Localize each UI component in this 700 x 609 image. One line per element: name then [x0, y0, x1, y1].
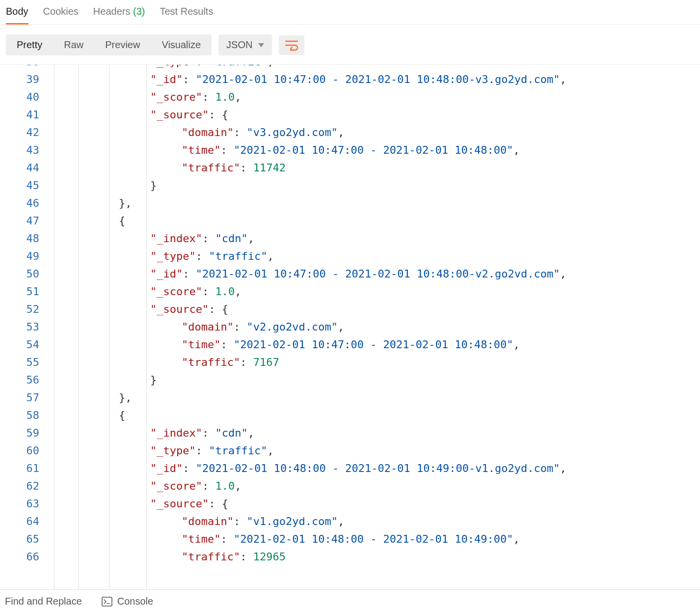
view-mode-pretty[interactable]: Pretty [6, 34, 53, 55]
line-number: 44 [0, 159, 49, 177]
code-content: "_index": "cdn", [49, 230, 700, 248]
line-number: 65 [0, 530, 49, 548]
code-content: "domain": "v3.go2yd.com", [49, 124, 700, 141]
code-content: "domain": "v2.go2vd.com", [49, 318, 700, 336]
line-number: 66 [0, 548, 49, 566]
line-number: 64 [0, 513, 49, 530]
code-content: "time": "2021-02-01 10:47:00 - 2021-02-0… [49, 336, 700, 354]
code-content: "time": "2021-02-01 10:47:00 - 2021-02-0… [49, 141, 700, 159]
code-line: 46}, [0, 194, 700, 212]
code-content: "_type": "traffic", [49, 248, 700, 265]
wrap-lines-icon [285, 39, 298, 51]
code-line: 40"_score": 1.0, [0, 88, 700, 106]
response-body-viewer[interactable]: 38"_type": "traffic",39"_id": "2021-02-0… [0, 65, 700, 589]
tab-headers[interactable]: Headers (3) [93, 3, 145, 24]
code-content: "_type": "traffic", [49, 65, 700, 71]
line-number: 59 [0, 424, 49, 442]
line-number: 47 [0, 212, 49, 230]
tab-cookies[interactable]: Cookies [43, 3, 79, 24]
line-number: 42 [0, 124, 49, 141]
console-icon [102, 597, 112, 607]
code-line: 47{ [0, 212, 700, 230]
code-line: 60"_type": "traffic", [0, 442, 700, 460]
code-content: "traffic": 11742 [49, 159, 700, 177]
line-number: 58 [0, 407, 49, 424]
code-line: 52"_source": { [0, 301, 700, 318]
line-number: 53 [0, 318, 49, 336]
code-content: }, [49, 389, 700, 407]
chevron-down-icon [258, 43, 264, 47]
code-line: 44"traffic": 11742 [0, 159, 700, 177]
code-content: "_id": "2021-02-01 10:47:00 - 2021-02-01… [49, 265, 700, 283]
code-line: 39"_id": "2021-02-01 10:47:00 - 2021-02-… [0, 71, 700, 88]
console-label: Console [117, 596, 153, 607]
line-number: 52 [0, 301, 49, 318]
code-line: 50"_id": "2021-02-01 10:47:00 - 2021-02-… [0, 265, 700, 283]
code-line: 57}, [0, 389, 700, 407]
line-number: 54 [0, 336, 49, 354]
code-content: "domain": "v1.go2yd.com", [49, 513, 700, 530]
code-line: 41"_source": { [0, 106, 700, 124]
code-line: 49"_type": "traffic", [0, 248, 700, 265]
code-content: "_id": "2021-02-01 10:48:00 - 2021-02-01… [49, 460, 700, 477]
code-line: 48"_index": "cdn", [0, 230, 700, 248]
code-content: "_index": "cdn", [49, 424, 700, 442]
line-number: 51 [0, 283, 49, 301]
code-content: "_score": 1.0, [49, 477, 700, 495]
console-button[interactable]: Console [102, 596, 153, 607]
code-line: 51"_score": 1.0, [0, 283, 700, 301]
code-content: { [49, 212, 700, 230]
code-line: 56} [0, 371, 700, 389]
line-number: 46 [0, 194, 49, 212]
code-line: 63"_source": { [0, 495, 700, 513]
line-number: 60 [0, 442, 49, 460]
line-number: 38 [0, 65, 49, 71]
code-content: "_source": { [49, 106, 700, 124]
code-content: }, [49, 194, 700, 212]
tab-body[interactable]: Body [6, 3, 28, 24]
line-number: 39 [0, 71, 49, 88]
code-content: "_id": "2021-02-01 10:47:00 - 2021-02-01… [49, 71, 700, 88]
code-content: "time": "2021-02-01 10:48:00 - 2021-02-0… [49, 530, 700, 548]
format-select[interactable]: JSON [218, 34, 272, 55]
code-line: 54"time": "2021-02-01 10:47:00 - 2021-02… [0, 336, 700, 354]
line-number: 45 [0, 177, 49, 194]
view-mode-segment: Pretty Raw Preview Visualize [6, 34, 212, 55]
code-line: 58{ [0, 407, 700, 424]
line-number: 61 [0, 460, 49, 477]
view-mode-preview[interactable]: Preview [94, 34, 151, 55]
body-toolbar: Pretty Raw Preview Visualize JSON [0, 25, 700, 65]
response-tabs: Body Cookies Headers (3) Test Results [0, 0, 700, 25]
code-line: 55"traffic": 7167 [0, 354, 700, 371]
code-content: "traffic": 12965 [49, 548, 700, 566]
line-number: 50 [0, 265, 49, 283]
tab-test-results[interactable]: Test Results [160, 3, 213, 24]
code-line: 61"_id": "2021-02-01 10:48:00 - 2021-02-… [0, 460, 700, 477]
code-content: "_score": 1.0, [49, 283, 700, 301]
line-number: 43 [0, 141, 49, 159]
svg-rect-2 [102, 597, 112, 606]
code-line: 38"_type": "traffic", [0, 65, 700, 71]
code-line: 66"traffic": 12965 [0, 548, 700, 566]
view-mode-raw[interactable]: Raw [53, 34, 94, 55]
tab-headers-count: (3) [133, 6, 145, 17]
code-line: 62"_score": 1.0, [0, 477, 700, 495]
code-content: "traffic": 7167 [49, 354, 700, 371]
code-content: "_score": 1.0, [49, 88, 700, 106]
code-content: "_source": { [49, 495, 700, 513]
line-number: 63 [0, 495, 49, 513]
code-content: "_type": "traffic", [49, 442, 700, 460]
find-replace-label: Find and Replace [5, 596, 82, 607]
code-line: 42"domain": "v3.go2yd.com", [0, 124, 700, 141]
line-number: 62 [0, 477, 49, 495]
code-line: 43"time": "2021-02-01 10:47:00 - 2021-02… [0, 141, 700, 159]
format-select-label: JSON [226, 39, 252, 51]
line-number: 48 [0, 230, 49, 248]
code-line: 53"domain": "v2.go2vd.com", [0, 318, 700, 336]
view-mode-visualize[interactable]: Visualize [151, 34, 212, 55]
code-content: } [49, 371, 700, 389]
tab-headers-label: Headers [93, 6, 131, 17]
line-number: 41 [0, 106, 49, 124]
find-replace-button[interactable]: Find and Replace [5, 596, 82, 607]
wrap-lines-button[interactable] [279, 35, 304, 55]
